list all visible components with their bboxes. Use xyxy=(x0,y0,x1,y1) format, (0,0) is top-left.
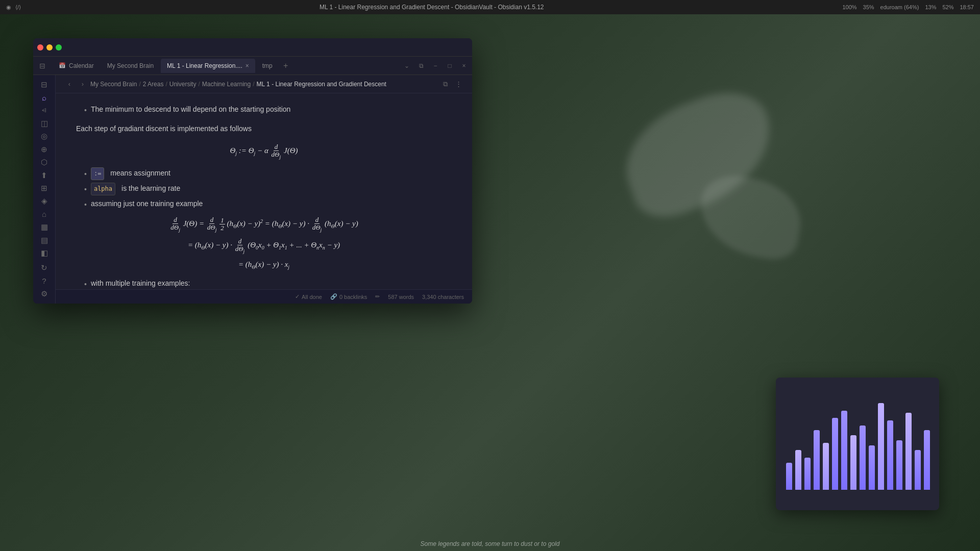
sidebar-icon-search2[interactable]: ◎ xyxy=(36,131,53,142)
alpha-code: alpha xyxy=(91,183,115,195)
split-view-btn[interactable]: ⧉ xyxy=(415,60,427,72)
formula-deriv1: d dΘj J(Θ) = d dΘj 1 2 (hΘ(x) − y)2 = (h xyxy=(76,216,452,233)
chart-bar xyxy=(887,420,893,490)
tab-tmp[interactable]: tmp xyxy=(256,59,279,73)
text-learning-rate: is the learning rate xyxy=(121,183,180,195)
formula-deriv2: = (hΘ(x) − y) · d dΘj (Θ0x0 + Θ1x1 + ...… xyxy=(76,238,452,254)
statusbar-text: Some legends are told, some turn to dust… xyxy=(421,540,560,547)
chart-bars-container xyxy=(786,388,929,490)
tab-second-brain[interactable]: My Second Brain xyxy=(101,59,160,73)
window-chrome xyxy=(33,38,472,57)
bullet-dot-1: • xyxy=(84,105,87,117)
close-pane-btn[interactable]: × xyxy=(458,60,470,72)
breadcrumb-sep-2: / xyxy=(165,81,167,88)
breadcrumb-sep-1: / xyxy=(139,81,140,88)
checkmark-icon: ✓ xyxy=(295,293,300,300)
restore-pane-btn[interactable]: □ xyxy=(444,60,456,72)
sidebar-icon-sidebar[interactable]: ⊟ xyxy=(36,79,53,90)
forward-button[interactable]: › xyxy=(77,79,88,90)
status-all-done: ✓ All done xyxy=(295,293,322,300)
chart-bar xyxy=(823,443,829,490)
window-title: ML 1 - Linear Regression and Gradient De… xyxy=(320,4,544,11)
tab-ml1-label: ML 1 - Linear Regression.... xyxy=(167,62,242,69)
chart-bar xyxy=(814,430,820,490)
tab-tmp-label: tmp xyxy=(262,62,273,69)
status-edit-icon: ✏ xyxy=(375,293,380,300)
sidebar-icon-tags[interactable]: ◈ xyxy=(36,196,53,207)
bullet-dot-2: • xyxy=(84,168,87,181)
tab-second-brain-label: My Second Brain xyxy=(107,62,154,69)
chart-bar xyxy=(915,450,921,490)
word-count: 587 words xyxy=(388,294,414,300)
backlinks-count: 0 backlinks xyxy=(339,294,367,300)
text-multiple: with multiple training examples: xyxy=(91,278,190,289)
breadcrumb-ml[interactable]: Machine Learning xyxy=(202,81,251,88)
obsidian-window: ⊟ 📅 Calendar My Second Brain ML 1 - Line… xyxy=(33,38,472,304)
sidebar-icon-files[interactable]: ◫ xyxy=(36,118,53,129)
minimize-button[interactable] xyxy=(46,44,53,51)
close-button[interactable] xyxy=(37,44,43,51)
sidebar-icon-calendar2[interactable]: ⊞ xyxy=(36,183,53,193)
text-one-example: assuming just one training example xyxy=(91,198,203,210)
formula-main-math: Θj := Θj − α d dΘj J(Θ) xyxy=(230,146,298,155)
sidebar-icon-table[interactable]: ▦ xyxy=(36,221,53,232)
sidebar-icon-graph[interactable]: ⬡ xyxy=(36,157,53,167)
tab-calendar-label: Calendar xyxy=(69,62,94,69)
sidebar-icon-archive[interactable]: ▤ xyxy=(36,235,53,245)
editor-area: ‹ › My Second Brain / 2 Areas / Universi… xyxy=(56,75,472,304)
back-button[interactable]: ‹ xyxy=(64,79,75,90)
breadcrumb-bar: ‹ › My Second Brain / 2 Areas / Universi… xyxy=(56,75,472,93)
editor-statusbar: ✓ All done 🔗 0 backlinks ✏ 587 words 3,3… xyxy=(56,289,472,304)
chart-bar xyxy=(869,445,875,490)
sidebar-icon-bookmarks[interactable]: ⊕ xyxy=(36,144,53,155)
editor-content[interactable]: • The minimum to descend to will depend … xyxy=(56,93,472,289)
more-options-btn[interactable]: ⋮ xyxy=(453,79,464,90)
breadcrumb-university[interactable]: University xyxy=(169,81,197,88)
sidebar-icon-upload[interactable]: ⬆ xyxy=(36,170,53,181)
breadcrumb-root[interactable]: My Second Brain xyxy=(90,81,137,88)
formula-deriv3: = (hΘ(x) − y) · xj xyxy=(76,257,452,271)
tab-ml1[interactable]: ML 1 - Linear Regression.... × xyxy=(161,59,255,73)
bullet-assignment: • := means assignment xyxy=(76,167,452,181)
bullet-multiple: • with multiple training examples: xyxy=(76,278,452,289)
pencil-icon: ✏ xyxy=(375,293,380,300)
chart-bar xyxy=(841,411,847,490)
sidebar-icon-search[interactable]: ⌕ xyxy=(36,92,53,103)
tab-calendar[interactable]: 📅 Calendar xyxy=(53,59,100,73)
sidebar-icon-home[interactable]: ⌂ xyxy=(36,209,53,219)
os-icon-2: ⟨/⟩ xyxy=(15,4,21,11)
chart-bar xyxy=(905,413,912,490)
sidebar-icon-terminal[interactable]: ⩤ xyxy=(36,105,53,116)
battery-bar: 13% xyxy=(925,4,936,10)
bullet-dot-3: • xyxy=(84,184,87,196)
bullet-starting-position: • The minimum to descend to will depend … xyxy=(76,104,452,117)
maximize-button[interactable] xyxy=(56,44,62,51)
tab-ml1-close[interactable]: × xyxy=(246,62,249,69)
sidebar-toggle-btn[interactable]: ⊟ xyxy=(35,59,50,73)
titlebar-left: ◉ ⟨/⟩ xyxy=(6,4,21,11)
minimize-pane-btn[interactable]: − xyxy=(429,60,442,72)
bullet-dot-5: • xyxy=(84,279,87,289)
status-backlinks[interactable]: 🔗 0 backlinks xyxy=(330,293,367,300)
status-done-label: All done xyxy=(302,294,322,300)
sidebar-icon-settings[interactable]: ⚙ xyxy=(36,289,53,299)
chart-bar xyxy=(850,435,856,490)
formula-deriv2-math: = (hΘ(x) − y) · d dΘj (Θ0x0 + Θ1x1 + ...… xyxy=(188,241,340,249)
formula-deriv1-math: d dΘj J(Θ) = d dΘj 1 2 (hΘ(x) − y)2 = (h xyxy=(169,219,358,228)
chart-bar xyxy=(860,425,866,490)
breadcrumb-current[interactable]: ML 1 - Linear Regression and Gradient De… xyxy=(257,81,386,88)
desktop-statusbar: Some legends are told, some turn to dust… xyxy=(0,537,980,551)
breadcrumb-areas[interactable]: 2 Areas xyxy=(143,81,164,88)
sidebar-icon-sync[interactable]: ↻ xyxy=(36,263,53,273)
sidebar-icon-plugin[interactable]: ◧ xyxy=(36,247,53,258)
new-tab-button[interactable]: + xyxy=(280,60,292,72)
chart-bar xyxy=(832,418,838,490)
breadcrumb-actions: ⧉ ⋮ xyxy=(439,79,464,90)
expand-btn[interactable]: ⧉ xyxy=(439,79,451,90)
bullet-one-example: • assuming just one training example xyxy=(76,198,452,211)
sidebar-icon-help[interactable]: ? xyxy=(36,276,53,286)
titlebar-status: 100% 35% eduroam (64%) 13% 52% 18:57 xyxy=(842,4,974,10)
chart-bar xyxy=(878,403,884,490)
tab-dropdown-btn[interactable]: ⌄ xyxy=(401,60,413,72)
left-sidebar: ⊟ ⌕ ⩤ ◫ ◎ ⊕ ⬡ ⬆ ⊞ ◈ ⌂ ▦ ▤ ◧ ↻ ? ⚙ xyxy=(33,75,56,304)
